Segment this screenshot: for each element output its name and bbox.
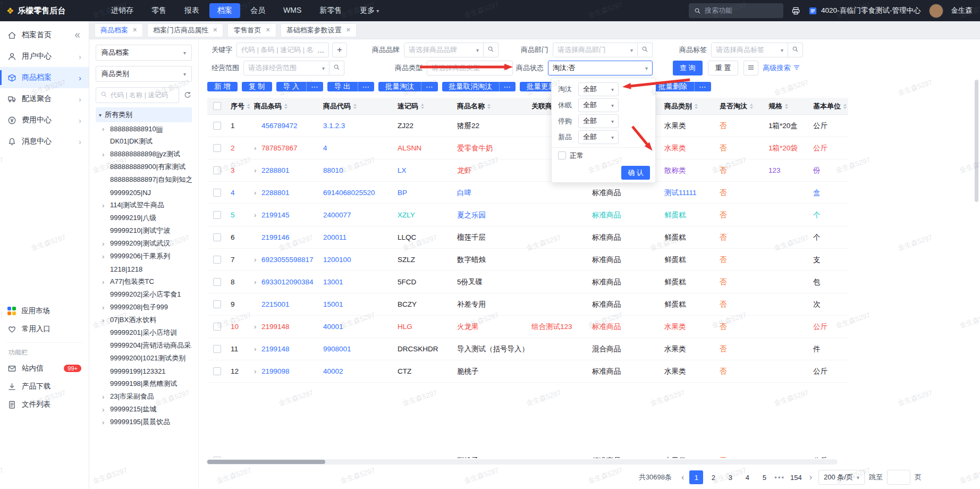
reset-button[interactable]: 重 置	[708, 61, 739, 75]
row-checkbox[interactable]	[213, 278, 221, 286]
tree-item-3[interactable]: 888888888900|有家测试	[96, 161, 192, 173]
tree-item-17[interactable]: 99999204|营销活动商品采...	[96, 339, 192, 352]
more-icon[interactable]: ⋯	[421, 82, 438, 91]
nav-item-1[interactable]: 零售	[143, 3, 174, 18]
cell-barcode[interactable]: 2288801	[261, 189, 290, 197]
action-button-1[interactable]: 复 制	[242, 82, 272, 91]
page-size-select[interactable]: 200 条/页▾	[818, 470, 865, 485]
avatar[interactable]	[929, 4, 943, 18]
expand-icon[interactable]: ›	[254, 323, 261, 331]
tree-item-16[interactable]: 99999201|采小店培训	[96, 326, 192, 339]
expand-icon[interactable]: ›	[102, 406, 108, 414]
close-icon[interactable]: ✕	[132, 27, 137, 33]
tree-item-18[interactable]: 99999200|1021测试类别	[96, 352, 192, 365]
query-button[interactable]: 查 询	[673, 61, 703, 75]
page-button-4[interactable]: 4	[740, 470, 754, 484]
table-row-9[interactable]: 10›219914840001HLG火龙果组合测试123标准商品水果类否公斤	[207, 316, 848, 338]
tree-item-22[interactable]: ›99999215|盐城	[96, 403, 192, 416]
sort-icon[interactable]	[695, 104, 698, 109]
cell-code[interactable]: 40001	[323, 323, 343, 331]
normal-checkbox[interactable]	[558, 151, 566, 159]
cell-barcode[interactable]: 2215001	[261, 300, 290, 308]
cell-barcode[interactable]: 787857867	[261, 144, 298, 152]
tree-item-0[interactable]: ›888888888910|jjj	[96, 122, 192, 135]
row-checkbox[interactable]	[213, 211, 221, 219]
table-row-3[interactable]: 4›22888016914068025520BP白啤标准商品测试11111否盒	[207, 182, 848, 204]
expand-icon[interactable]: ›	[102, 393, 108, 401]
expand-icon[interactable]: ›	[102, 316, 108, 324]
vertical-scrollbar[interactable]	[975, 80, 978, 202]
tree-item-8[interactable]: 99999210|测试宁波	[96, 224, 192, 237]
cell-barcode[interactable]: 456789472	[261, 122, 298, 130]
expand-icon[interactable]: ›	[102, 240, 108, 248]
expand-icon[interactable]: ›	[254, 144, 261, 152]
expand-icon[interactable]: ›	[102, 150, 108, 158]
tree-item-9[interactable]: ›99999209|测试武汉	[96, 237, 192, 250]
cell-barcode[interactable]: 2199098	[261, 367, 290, 375]
more-icon[interactable]: ⋯	[306, 82, 323, 91]
sort-icon[interactable]	[353, 104, 357, 109]
sort-icon[interactable]	[487, 104, 491, 109]
tree-item-6[interactable]: ›114|测试翌牛商品	[96, 199, 192, 212]
close-icon[interactable]: ✕	[346, 27, 351, 33]
tree-item-4[interactable]: 888888888897|自知则知之	[96, 173, 192, 186]
close-icon[interactable]: ✕	[265, 27, 270, 33]
row-checkbox[interactable]	[213, 256, 221, 264]
row-checkbox[interactable]	[213, 166, 221, 174]
cell-barcode[interactable]: 6933012090384	[261, 278, 314, 286]
nav-item-4[interactable]: 会员	[242, 3, 273, 18]
sidebar-item-4[interactable]: 费用中心›	[0, 109, 89, 131]
row-checkbox[interactable]	[213, 457, 221, 458]
column-header-spec[interactable]: 规格	[764, 98, 809, 114]
app-logo[interactable]: ❖ 乐檬零售后台	[6, 6, 103, 16]
tab-3[interactable]: 基础档案参数设置✕	[281, 23, 357, 37]
column-header-mnemonic[interactable]: 速记码	[393, 98, 453, 114]
table-row-10[interactable]: 11›21991489908001DRCSKHDR导入测试（括号导入）混合商品水…	[207, 338, 848, 360]
add-keyword-button[interactable]: +	[332, 43, 347, 57]
global-search-input[interactable]: 搜索功能	[689, 3, 783, 18]
cell-barcode[interactable]: 2199148	[261, 323, 290, 331]
sidebar-quick-1[interactable]: 常用入口	[0, 320, 89, 338]
cell-barcode[interactable]: 2199145	[261, 211, 290, 219]
tree-item-19[interactable]: 99999199|123321	[96, 365, 192, 377]
nav-item-0[interactable]: 进销存	[103, 3, 141, 18]
close-icon[interactable]: ✕	[213, 27, 217, 33]
sidebar-item-0[interactable]: 档案首页	[0, 24, 89, 46]
cell-barcode[interactable]: 2199148	[261, 345, 290, 353]
scope-select[interactable]: 请选择经营范围▾	[243, 61, 330, 75]
archive-select[interactable]: 商品档案▾	[96, 45, 192, 61]
sidebar-tool-0[interactable]: 站内信99+	[0, 359, 89, 377]
prev-page-button[interactable]: ‹	[679, 473, 686, 482]
sidebar-quick-0[interactable]: 应用市场	[0, 302, 89, 320]
action-button-5[interactable]: 批量取消淘汰⋯	[442, 82, 516, 91]
popup-select-2[interactable]: 全部▾	[578, 114, 619, 128]
tree-item-5[interactable]: 99999205|NJ	[96, 186, 192, 199]
sort-icon[interactable]	[785, 104, 788, 109]
nav-item-6[interactable]: 新零售	[311, 3, 350, 18]
table-row-8[interactable]: 9221500115001BCZY补差专用标准商品鲜蛋糕否次	[207, 293, 848, 316]
username[interactable]: 金生森	[951, 6, 973, 15]
row-checkbox[interactable]	[213, 367, 221, 375]
tree-item-14[interactable]: ›99999208|包子999	[96, 301, 192, 314]
collapse-sidebar-icon[interactable]	[73, 31, 81, 39]
more-icon[interactable]: ⋯	[358, 82, 375, 91]
expand-icon[interactable]: ›	[102, 125, 108, 133]
more-icon[interactable]: ⋯	[694, 82, 711, 91]
sort-icon[interactable]	[284, 104, 288, 109]
cell-code[interactable]: 15001	[323, 300, 343, 308]
page-button-2[interactable]: 2	[706, 470, 720, 484]
select-all-checkbox[interactable]	[213, 102, 221, 110]
cell-barcode[interactable]: 2288801	[261, 166, 290, 174]
tree-item-2[interactable]: ›888888888898|jyz测试	[96, 148, 192, 161]
action-button-8[interactable]: 批量删除⋯	[652, 82, 711, 91]
advanced-search-link[interactable]: 高级搜索	[763, 63, 800, 73]
tree-item-20[interactable]: 99999198|果然糟测试	[96, 377, 192, 390]
row-checkbox[interactable]	[213, 122, 221, 130]
more-fields-icon[interactable]: …	[317, 46, 324, 54]
cell-code[interactable]: 200011	[323, 233, 347, 241]
table-row-0[interactable]: 14567894723.1.2.3ZJ22猪掰22标准商品水果类否1箱*20盒公…	[207, 115, 848, 137]
expand-icon[interactable]: ›	[254, 367, 261, 375]
tree-item-23[interactable]: ›99999195|晨晨饮品	[96, 416, 192, 428]
row-checkbox[interactable]	[213, 233, 221, 241]
cell-code[interactable]: 1200100	[323, 256, 351, 264]
